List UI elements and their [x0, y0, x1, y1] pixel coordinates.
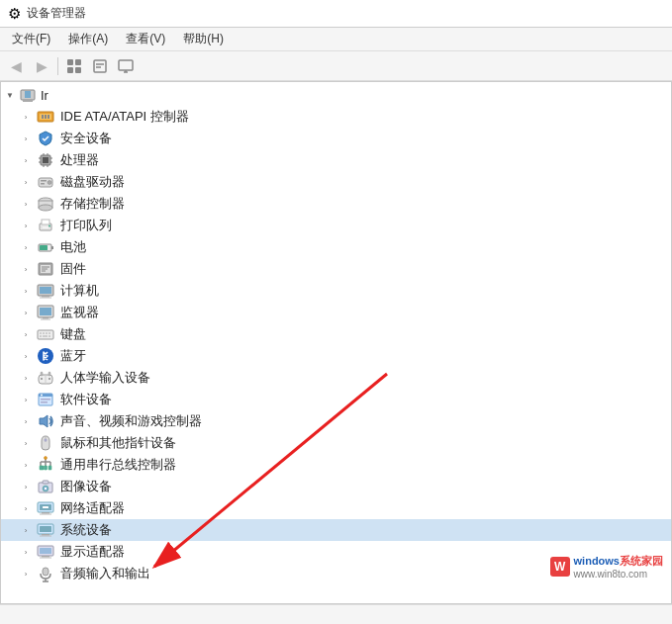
- list-item[interactable]: › 打印队列: [1, 215, 671, 236]
- svg-rect-37: [42, 226, 49, 228]
- monitor-icon: [118, 58, 134, 74]
- menu-view[interactable]: 查看(V): [118, 29, 173, 49]
- properties-button[interactable]: [88, 55, 112, 77]
- expand-icon: ›: [21, 439, 31, 448]
- device-tree: ▼ Ir › IDE ATA: [1, 82, 671, 586]
- svg-point-34: [39, 205, 52, 211]
- list-item[interactable]: › 固件: [1, 258, 671, 280]
- svg-rect-52: [40, 308, 51, 315]
- expand-icon: ›: [21, 178, 31, 187]
- list-item[interactable]: › 声音、视频和游戏控制器: [1, 410, 671, 432]
- forward-button[interactable]: ▶: [30, 55, 53, 77]
- svg-rect-99: [43, 568, 48, 576]
- svg-rect-4: [94, 60, 106, 72]
- menu-help[interactable]: 帮助(H): [175, 29, 232, 49]
- list-item[interactable]: › 人体学输入设备: [1, 367, 671, 389]
- list-item[interactable]: › 网络适配器: [1, 497, 671, 519]
- svg-point-29: [48, 181, 51, 185]
- svg-rect-66: [41, 372, 43, 376]
- monitor-icon: [37, 304, 54, 321]
- svg-rect-15: [42, 115, 44, 119]
- item-label: 系统设备: [60, 521, 112, 539]
- svg-rect-55: [38, 330, 53, 339]
- svg-point-85: [45, 488, 47, 490]
- svg-rect-74: [41, 401, 48, 403]
- svg-rect-94: [40, 536, 51, 537]
- expand-icon: ›: [21, 483, 31, 491]
- expand-icon: ›: [21, 156, 31, 165]
- list-item[interactable]: › 处理器: [1, 149, 671, 171]
- svg-rect-57: [43, 332, 45, 334]
- list-item[interactable]: › 通用串行总线控制器: [1, 454, 671, 476]
- tree-toggle-button[interactable]: [62, 55, 86, 77]
- svg-rect-53: [43, 317, 48, 319]
- item-label: IDE ATA/ATAPI 控制器: [60, 108, 189, 126]
- svg-rect-88: [42, 512, 49, 514]
- list-item[interactable]: › 蓝牙: [1, 345, 671, 367]
- svg-point-38: [48, 225, 50, 227]
- list-item[interactable]: › 计算机: [1, 280, 671, 302]
- list-item[interactable]: › 系统设备: [1, 519, 671, 541]
- back-button[interactable]: ◀: [4, 55, 28, 77]
- root-expand-icon: ▼: [5, 91, 15, 100]
- list-item[interactable]: › 磁盘驱动器: [1, 171, 671, 193]
- security-icon: [37, 130, 54, 147]
- menu-file[interactable]: 文件(F): [4, 29, 58, 49]
- menu-action[interactable]: 操作(A): [60, 29, 116, 49]
- expand-icon: ›: [21, 504, 31, 513]
- list-item[interactable]: › 存储控制器: [1, 193, 671, 215]
- svg-rect-12: [25, 91, 31, 98]
- svg-rect-56: [40, 332, 42, 334]
- list-item[interactable]: › 安全设备: [1, 128, 671, 149]
- display-icon: [37, 543, 54, 561]
- computer-icon: [37, 282, 54, 300]
- svg-point-63: [38, 348, 53, 364]
- network-icon: [37, 499, 54, 517]
- svg-rect-79: [45, 466, 48, 470]
- list-item[interactable]: › 软件设备: [1, 389, 671, 410]
- properties-icon: [92, 58, 108, 74]
- item-label: 键盘: [60, 325, 86, 343]
- hid-icon: [37, 369, 54, 387]
- svg-rect-48: [40, 287, 51, 294]
- disk-icon: [37, 173, 54, 191]
- svg-point-81: [45, 457, 48, 460]
- list-item[interactable]: › IDE ATA/ATAPI 控制器: [1, 106, 671, 128]
- svg-rect-19: [43, 157, 48, 163]
- list-item[interactable]: › 键盘: [1, 323, 671, 345]
- expand-icon: ›: [21, 222, 31, 230]
- mouse-icon: [37, 434, 54, 452]
- svg-rect-11: [23, 100, 33, 102]
- svg-rect-1: [75, 59, 81, 65]
- monitor-button[interactable]: [114, 55, 138, 77]
- svg-point-68: [41, 378, 43, 380]
- expand-icon: ›: [21, 287, 31, 296]
- expand-icon: ›: [21, 374, 31, 383]
- item-label: 图像设备: [60, 478, 112, 495]
- svg-rect-59: [48, 332, 50, 334]
- svg-rect-67: [48, 372, 50, 376]
- svg-rect-93: [42, 534, 49, 536]
- list-item[interactable]: › 鼠标和其他指针设备: [1, 432, 671, 454]
- svg-rect-60: [40, 335, 42, 337]
- svg-rect-30: [41, 180, 47, 182]
- watermark-url: www.win8to.com: [574, 569, 663, 579]
- svg-rect-92: [40, 526, 51, 532]
- svg-rect-16: [45, 115, 47, 119]
- firmware-icon: [37, 260, 54, 278]
- item-label: 音频输入和输出: [60, 565, 150, 582]
- svg-rect-0: [67, 59, 73, 65]
- svg-rect-17: [48, 115, 49, 119]
- title-bar-text: 设备管理器: [27, 5, 86, 22]
- item-label: 固件: [60, 260, 86, 278]
- item-label: 计算机: [60, 282, 99, 300]
- list-item[interactable]: › 图像设备: [1, 476, 671, 497]
- storage-icon: [37, 195, 54, 213]
- svg-rect-36: [42, 220, 49, 224]
- menu-bar: 文件(F) 操作(A) 查看(V) 帮助(H): [0, 28, 672, 51]
- list-item[interactable]: › 监视器: [1, 302, 671, 323]
- list-item[interactable]: › 电池: [1, 236, 671, 258]
- title-bar-icon: ⚙: [8, 5, 21, 23]
- tree-root[interactable]: ▼ Ir: [1, 84, 671, 106]
- software-icon: [37, 391, 54, 408]
